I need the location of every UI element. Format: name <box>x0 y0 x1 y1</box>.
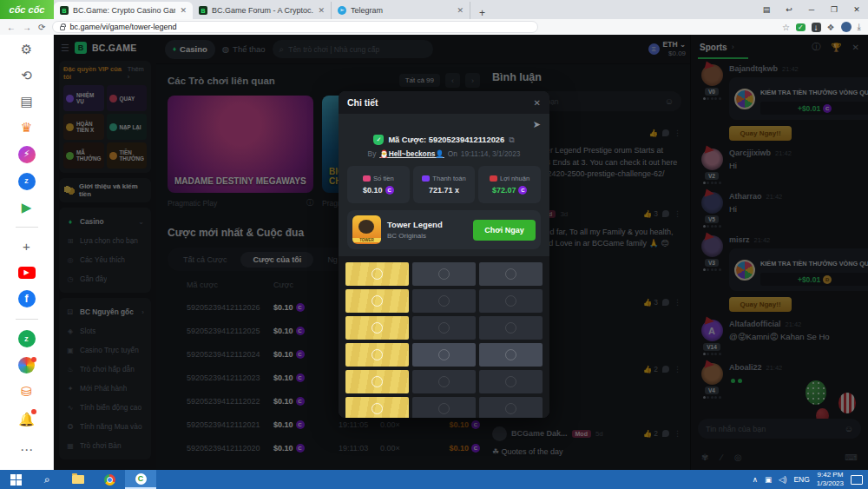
hot-trends-icon[interactable]: ♛ <box>16 120 37 136</box>
tab-title: Telegram <box>351 6 452 15</box>
coin-icon <box>438 322 450 334</box>
url-text: bc.game/vi/game/tower-legend <box>69 23 176 31</box>
game-card: Tower Legend BC Originals Chơi Ngay <box>347 210 541 249</box>
game-name[interactable]: Tower Legend <box>387 220 443 229</box>
messenger-icon[interactable]: ⚡ <box>18 146 36 163</box>
newsfeed-icon[interactable]: ▤ <box>16 94 37 110</box>
bet-datetime: 19:11:14, 3/1/2023 <box>461 149 521 158</box>
share-icon[interactable]: ➤ <box>533 119 541 133</box>
restore-session-icon[interactable]: ↩ <box>778 5 800 14</box>
clock[interactable]: 9:42 PM1/3/2023 <box>817 471 844 487</box>
coin-icon <box>372 349 383 360</box>
tab-bcgame[interactable]: B BC.Game: Crypto Casino Gan ✕ <box>54 2 193 19</box>
coccoc-logo[interactable]: cốc cốc <box>0 0 54 19</box>
modal-close-icon[interactable]: ✕ <box>534 98 541 108</box>
stat-profit: Lợi nhuận $72.07C <box>478 166 541 203</box>
tower-result-board <box>339 256 549 418</box>
reader-mode-icon[interactable]: ▤ <box>755 5 778 14</box>
history-icon[interactable]: ⟲ <box>16 68 37 84</box>
taskbar-search-icon[interactable]: ⌕ <box>31 470 62 489</box>
window-maximize-button[interactable]: ❐ <box>823 5 845 14</box>
window-close-button[interactable]: ✕ <box>845 5 868 14</box>
profile-avatar[interactable] <box>841 22 852 32</box>
tray-expand-icon[interactable]: ∧ <box>753 475 758 484</box>
browser-side-rail: ⚙ ⟲ ▤ ♛ ⚡ Z ▶ + ▶ f Z ⛁ 🔔 ⋯ <box>0 35 54 470</box>
games-icon[interactable]: ▶ <box>16 200 37 216</box>
downloads-tray-icon[interactable]: ⤓ <box>858 22 861 32</box>
coin-icon <box>505 268 516 280</box>
file-explorer-icon[interactable] <box>62 470 94 489</box>
zalo-official-icon[interactable]: Z <box>18 330 36 347</box>
bcgame-favicon: B <box>60 6 69 15</box>
tower-tile-dark <box>412 397 476 418</box>
colorful-app-icon[interactable] <box>18 357 35 373</box>
action-center-icon[interactable] <box>851 475 863 485</box>
bet-username[interactable]: 🎅Hell~beckons👤 <box>379 149 444 158</box>
coin-icon <box>372 268 383 280</box>
browser-forward-button[interactable]: → <box>23 23 31 32</box>
settings-icon[interactable]: ⚙ <box>16 42 37 58</box>
tab-bcgame-forum[interactable]: B BC.Game Forum - A Cryptoc. ✕ <box>193 2 332 19</box>
address-bar: ← → ⟳ bc.game/vi/game/tower-legend ☆ ✓ ↓… <box>0 19 868 35</box>
profit-icon <box>490 175 497 182</box>
coccoc-taskbar-icon[interactable]: C <box>125 470 156 489</box>
download-active-icon[interactable]: ↓ <box>812 23 821 32</box>
zalo-icon[interactable]: Z <box>18 173 36 190</box>
window-minimize-button[interactable]: ─ <box>800 5 823 14</box>
coin-icon <box>372 322 383 334</box>
copy-icon[interactable]: ⧉ <box>509 135 514 145</box>
tower-tile-win <box>345 397 409 418</box>
tab-title: BC.Game Forum - A Cryptoc. <box>212 6 313 15</box>
coin-icon <box>438 295 450 307</box>
add-shortcut-icon[interactable]: + <box>16 238 37 254</box>
network-icon[interactable]: ▣ <box>765 475 772 484</box>
browser-back-button[interactable]: ← <box>7 23 16 32</box>
tower-tile-dark <box>412 370 476 393</box>
stat-payout-multiplier: Thanh toán 721.71 x <box>413 166 476 203</box>
coin-icon: C <box>518 186 527 195</box>
telegram-favicon: ➣ <box>338 6 346 15</box>
coccoc-logo-text: cốc cốc <box>10 4 45 15</box>
more-options-icon[interactable]: ⋯ <box>16 439 37 460</box>
facebook-icon[interactable]: f <box>18 290 36 307</box>
play-now-button[interactable]: Chơi Ngay <box>473 220 536 241</box>
language-indicator[interactable]: ENG <box>793 475 809 484</box>
coin-icon <box>372 403 383 414</box>
url-field[interactable]: bc.game/vi/game/tower-legend <box>52 21 538 33</box>
youtube-icon[interactable]: ▶ <box>18 267 36 279</box>
adblock-icon[interactable]: ✓ <box>796 23 806 31</box>
volume-icon[interactable]: ◁) <box>779 475 786 484</box>
tab-telegram[interactable]: ➣ Telegram ✕ <box>332 2 470 19</box>
shopping-cart-icon[interactable]: ⛁ <box>16 383 37 400</box>
coin-icon <box>505 295 516 307</box>
browser-reload-button[interactable]: ⟳ <box>38 23 45 32</box>
new-tab-button[interactable]: + <box>470 7 494 19</box>
coin-icon <box>372 295 383 307</box>
modal-title: Chi tiết <box>347 97 378 108</box>
lock-icon <box>60 26 65 30</box>
coin-icon <box>438 403 450 414</box>
on-label: On <box>448 149 457 158</box>
tower-legend-thumbnail[interactable] <box>352 215 381 244</box>
modal-header: Chi tiết ✕ <box>339 91 549 114</box>
coin-icon <box>505 376 516 387</box>
coin-icon <box>372 376 383 387</box>
tower-tile-light <box>412 343 476 367</box>
tower-tile-light <box>479 343 542 367</box>
tower-tile-win <box>345 289 409 313</box>
tab-close-icon[interactable]: ✕ <box>457 6 464 15</box>
tower-tile-dark <box>412 316 476 340</box>
tower-tile-win <box>345 262 409 286</box>
bookmark-star-icon[interactable]: ☆ <box>782 23 790 32</box>
chrome-icon[interactable] <box>94 470 125 489</box>
tab-close-icon[interactable]: ✕ <box>180 6 187 15</box>
notifications-bell-icon[interactable]: 🔔 <box>16 409 37 430</box>
extensions-icon[interactable]: ❖ <box>827 23 835 32</box>
tower-tile-win <box>345 316 409 340</box>
start-button[interactable] <box>0 470 31 489</box>
rail-divider <box>16 319 38 320</box>
coin-icon <box>438 376 450 387</box>
tab-close-icon[interactable]: ✕ <box>318 6 325 15</box>
browser-chrome: cốc cốc B BC.Game: Crypto Casino Gan ✕ B… <box>0 0 868 35</box>
tower-tile-win <box>345 370 409 393</box>
